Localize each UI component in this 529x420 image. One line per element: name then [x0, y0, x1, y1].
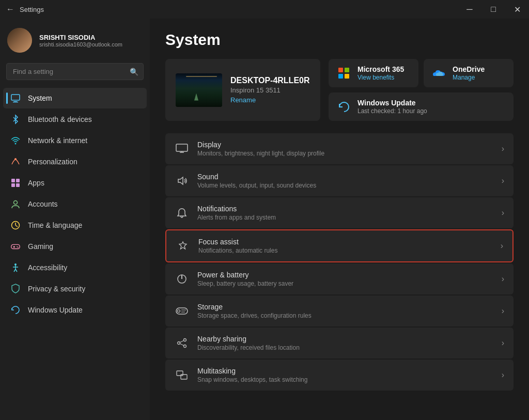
close-button[interactable]: ✕: [505, 0, 529, 19]
minimize-button[interactable]: ─: [458, 0, 481, 19]
sidebar-item-personalization-label: Personalization: [28, 158, 77, 166]
main-content: System DESKTOP-4RLLE0R Inspiron 15 3511 …: [150, 19, 529, 420]
rename-link[interactable]: Rename: [230, 96, 310, 104]
onedrive-sub[interactable]: Manage: [453, 74, 485, 81]
search-box: 🔍: [6, 63, 144, 80]
svg-line-23: [14, 269, 15, 272]
sidebar-item-accessibility-label: Accessibility: [28, 263, 67, 272]
svg-rect-39: [177, 371, 183, 376]
sound-icon: [175, 174, 189, 188]
sound-text: Sound Volume levels, output, input, soun…: [197, 173, 493, 189]
multitasking-text: Multitasking Snap windows, desktops, tas…: [197, 367, 493, 383]
onedrive-card[interactable]: OneDrive Manage: [424, 59, 514, 87]
accounts-icon: [10, 199, 21, 209]
sidebar-item-accounts[interactable]: Accounts: [3, 194, 147, 214]
onedrive-icon: [432, 66, 446, 81]
storage-icon: [175, 304, 189, 318]
focus-title: Focus assist: [198, 238, 492, 246]
maximize-button[interactable]: □: [481, 0, 505, 19]
svg-line-24: [15, 269, 17, 272]
svg-rect-15: [11, 244, 20, 248]
sidebar-item-time[interactable]: Time & language: [3, 215, 147, 236]
svg-rect-7: [11, 179, 15, 182]
sidebar-item-system-label: System: [28, 94, 52, 102]
sidebar-item-system[interactable]: System: [3, 88, 147, 108]
sidebar-item-time-label: Time & language: [28, 221, 82, 229]
settings-item-focus[interactable]: Focus assist Notifications, automatic ru…: [165, 229, 514, 262]
settings-item-storage[interactable]: Storage Storage space, drives, configura…: [165, 295, 514, 326]
sidebar-item-apps-label: Apps: [28, 179, 44, 187]
sound-sub: Volume levels, output, input, sound devi…: [197, 182, 493, 189]
multitasking-icon: [175, 368, 189, 382]
multitasking-title: Multitasking: [197, 367, 493, 375]
svg-point-11: [14, 201, 18, 205]
multitasking-chevron: ›: [502, 370, 504, 380]
quick-row-top: Microsoft 365 View benefits: [329, 59, 514, 87]
search-input[interactable]: [6, 63, 144, 80]
svg-point-35: [184, 339, 186, 341]
ms365-text: Microsoft 365 View benefits: [357, 65, 404, 81]
sound-chevron: ›: [502, 176, 504, 185]
focus-icon: [176, 239, 190, 253]
power-icon: [175, 272, 189, 286]
winupdate-title: Windows Update: [357, 99, 427, 107]
sound-title: Sound: [197, 173, 493, 181]
ms365-card[interactable]: Microsoft 365 View benefits: [329, 59, 418, 87]
display-chevron: ›: [502, 144, 504, 153]
sidebar-item-privacy[interactable]: Privacy & security: [3, 278, 147, 299]
svg-rect-0: [11, 95, 20, 100]
update-icon: [10, 305, 21, 315]
search-icon: 🔍: [130, 68, 138, 76]
device-card: DESKTOP-4RLLE0R Inspiron 15 3511 Rename: [165, 59, 320, 121]
focus-chevron: ›: [501, 241, 503, 251]
user-profile[interactable]: SRISHTI SISODIA srishti.sisodia1603@outl…: [0, 19, 150, 60]
device-model: Inspiron 15 3511: [230, 86, 310, 94]
sidebar-item-apps[interactable]: Apps: [3, 173, 147, 193]
sidebar-item-network-label: Network & internet: [28, 136, 87, 145]
user-info: SRISHTI SISODIA srishti.sisodia1603@outl…: [39, 34, 122, 48]
svg-rect-25: [176, 144, 188, 151]
settings-item-power[interactable]: Power & battery Sleep, battery usage, ba…: [165, 263, 514, 294]
display-title: Display: [197, 141, 493, 149]
settings-item-sound[interactable]: Sound Volume levels, output, input, soun…: [165, 165, 514, 196]
sidebar-item-network[interactable]: Network & internet: [3, 130, 147, 151]
nearby-sub: Discoverability, received files location: [197, 344, 493, 351]
device-name: DESKTOP-4RLLE0R: [230, 76, 310, 85]
ms365-title: Microsoft 365: [357, 65, 404, 73]
notifications-sub: Alerts from apps and system: [197, 214, 493, 221]
sidebar-item-personalization[interactable]: Personalization: [3, 151, 147, 172]
sidebar-item-gaming[interactable]: Gaming: [3, 236, 147, 257]
display-text: Display Monitors, brightness, night ligh…: [197, 141, 493, 157]
nearby-chevron: ›: [502, 338, 504, 348]
winupdate-card[interactable]: Windows Update Last checked: 1 hour ago: [329, 92, 514, 121]
power-text: Power & battery Sleep, battery usage, ba…: [197, 271, 493, 287]
settings-item-multitasking[interactable]: Multitasking Snap windows, desktops, tas…: [165, 360, 514, 391]
settings-item-notifications[interactable]: Notifications Alerts from apps and syste…: [165, 197, 514, 228]
settings-item-display[interactable]: Display Monitors, brightness, night ligh…: [165, 133, 514, 164]
nearby-icon: [175, 336, 189, 350]
sidebar-item-update[interactable]: Windows Update: [3, 300, 147, 320]
focus-sub: Notifications, automatic rules: [198, 247, 492, 254]
sidebar-item-accessibility[interactable]: Accessibility: [3, 257, 147, 278]
svg-rect-40: [181, 375, 187, 379]
notifications-chevron: ›: [502, 208, 504, 217]
winupdate-sub: Last checked: 1 hour ago: [357, 107, 427, 115]
storage-text: Storage Storage space, drives, configura…: [197, 303, 493, 319]
personalization-icon: [10, 157, 21, 167]
svg-point-6: [14, 158, 17, 160]
ms365-sub[interactable]: View benefits: [357, 74, 404, 81]
settings-item-nearby[interactable]: Nearby sharing Discoverability, received…: [165, 328, 514, 359]
sidebar-item-accounts-label: Accounts: [28, 200, 58, 208]
quick-cards: Microsoft 365 View benefits: [329, 59, 514, 121]
notifications-title: Notifications: [197, 205, 493, 213]
storage-title: Storage: [197, 303, 493, 311]
sidebar-item-update-label: Windows Update: [28, 306, 83, 314]
page-title: System: [165, 31, 514, 49]
sidebar-item-bluetooth[interactable]: Bluetooth & devices: [3, 109, 147, 130]
back-icon[interactable]: ←: [6, 5, 14, 14]
app-body: SRISHTI SISODIA srishti.sisodia1603@outl…: [0, 19, 529, 420]
top-cards: DESKTOP-4RLLE0R Inspiron 15 3511 Rename: [165, 59, 514, 121]
nearby-text: Nearby sharing Discoverability, received…: [197, 335, 493, 351]
avatar-image: [7, 28, 32, 53]
accessibility-icon: [10, 262, 21, 273]
